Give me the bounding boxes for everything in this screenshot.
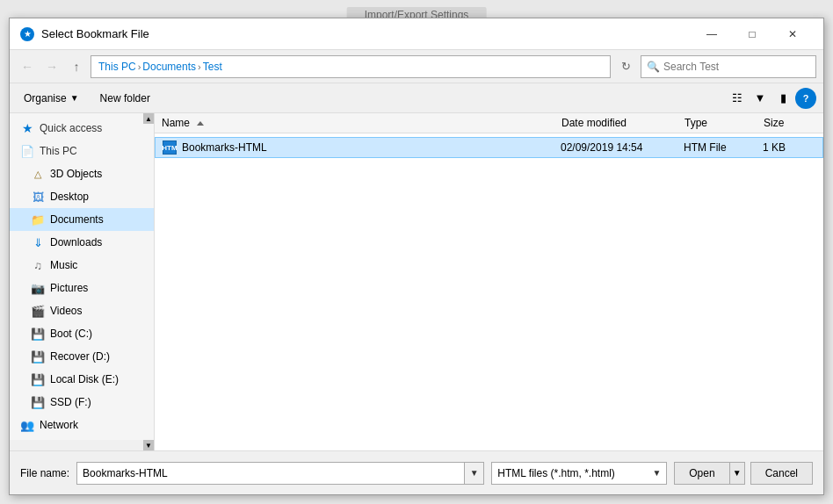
view-dropdown-button[interactable]: ▼ — [750, 88, 771, 109]
music-label: Music — [50, 259, 77, 271]
view-preview-button[interactable]: ▮ — [772, 88, 793, 109]
videos-label: Videos — [50, 305, 82, 317]
sidebar-item-network[interactable]: 👥 Network — [10, 414, 154, 436]
maximize-button[interactable]: □ — [732, 22, 772, 47]
scroll-up-arrow[interactable]: ▲ — [143, 113, 154, 124]
sidebar-item-recover-d[interactable]: 💾 Recover (D:) — [10, 345, 154, 368]
pictures-label: Pictures — [50, 282, 88, 294]
sidebar-item-local-e[interactable]: 💾 Local Disk (E:) — [10, 368, 154, 391]
file-list-header: Name Date modified Type Size — [155, 113, 823, 133]
pictures-icon: 📷 — [31, 281, 45, 295]
search-box[interactable]: 🔍 — [641, 55, 816, 78]
file-icon-htm: HTM — [163, 140, 177, 155]
sidebar-item-boot-c[interactable]: 💾 Boot (C:) — [10, 322, 154, 345]
dialog-icon — [20, 27, 34, 41]
sidebar-item-videos[interactable]: 🎬 Videos — [10, 299, 154, 322]
file-size: 1 KB — [763, 141, 815, 154]
file-name-input-wrapper[interactable]: ▼ — [76, 462, 484, 485]
file-name: Bookmarks-HTML — [182, 141, 267, 154]
up-button[interactable]: ↑ — [66, 56, 87, 77]
recover-d-label: Recover (D:) — [50, 350, 110, 363]
path-this-pc: This PC — [98, 61, 136, 73]
view-buttons: ☷ ▼ ▮ ? — [727, 88, 816, 109]
ssd-f-icon: 💾 — [31, 395, 45, 409]
3d-objects-icon: △ — [31, 167, 45, 181]
dialog-title: Select Bookmark File — [41, 27, 149, 40]
sidebar-item-desktop[interactable]: 🖼 Desktop — [10, 185, 154, 208]
local-e-label: Local Disk (E:) — [50, 373, 119, 385]
col-date-modified[interactable]: Date modified — [561, 117, 685, 129]
cancel-button[interactable]: Cancel — [750, 462, 813, 485]
file-date: 02/09/2019 14:54 — [561, 141, 684, 154]
minimize-button[interactable]: — — [692, 22, 732, 47]
col-type[interactable]: Type — [685, 117, 764, 129]
sort-indicator — [197, 121, 204, 126]
file-name-cell: HTM Bookmarks-HTML — [163, 140, 561, 155]
downloads-label: Downloads — [50, 236, 102, 248]
toolbar: Organise ▼ New folder ☷ ▼ ▮ ? — [10, 83, 823, 113]
title-bar: Select Bookmark File — □ ✕ — [10, 18, 823, 50]
videos-icon: 🎬 — [31, 304, 45, 318]
search-icon: 🔍 — [647, 61, 660, 73]
sidebar-item-this-pc[interactable]: 📄 This PC — [10, 140, 154, 162]
file-list-body: HTM Bookmarks-HTML 02/09/2019 14:54 HTM … — [155, 133, 823, 450]
music-icon: ♫ — [31, 258, 45, 272]
title-controls: — □ ✕ — [692, 22, 813, 47]
sidebar-item-documents[interactable]: 📁 Documents — [10, 208, 154, 231]
file-type: HTM File — [684, 141, 763, 154]
title-bar-left: Select Bookmark File — [20, 27, 149, 41]
recover-d-icon: 💾 — [31, 349, 45, 364]
file-area: Name Date modified Type Size HTM — [155, 113, 823, 450]
sidebar-item-ssd-f[interactable]: 💾 SSD (F:) — [10, 391, 154, 414]
address-path[interactable]: This PC › Documents › Test — [91, 55, 611, 78]
path-test: Test — [203, 61, 222, 73]
col-name[interactable]: Name — [162, 117, 561, 129]
quick-access-label: Quick access — [40, 122, 102, 134]
file-type-dropdown-arrow: ▼ — [652, 468, 661, 478]
search-input[interactable] — [663, 61, 810, 73]
file-type-value: HTML files (*.htm, *.html) — [497, 467, 615, 479]
downloads-icon: ⇓ — [31, 235, 45, 249]
new-folder-button[interactable]: New folder — [93, 90, 157, 107]
desktop-label: Desktop — [50, 191, 89, 203]
open-button[interactable]: Open — [674, 462, 728, 485]
documents-icon: 📁 — [31, 212, 45, 227]
file-name-label: File name: — [20, 467, 69, 479]
boot-c-label: Boot (C:) — [50, 328, 92, 340]
network-label: Network — [40, 419, 78, 431]
network-icon: 👥 — [20, 418, 34, 432]
file-item-bookmarks[interactable]: HTM Bookmarks-HTML 02/09/2019 14:54 HTM … — [155, 137, 823, 158]
file-name-input[interactable] — [77, 463, 464, 484]
file-name-dropdown-arrow[interactable]: ▼ — [464, 463, 483, 484]
close-button[interactable]: ✕ — [772, 22, 813, 47]
sidebar-item-pictures[interactable]: 📷 Pictures — [10, 277, 154, 299]
3d-objects-label: 3D Objects — [50, 168, 102, 180]
scroll-down-arrow[interactable]: ▼ — [143, 440, 154, 450]
boot-c-icon: 💾 — [31, 327, 45, 341]
documents-label: Documents — [50, 213, 104, 226]
select-bookmark-dialog: Select Bookmark File — □ ✕ ← → ↑ This PC… — [9, 18, 824, 495]
view-list-button[interactable]: ☷ — [727, 88, 748, 109]
open-dropdown-button[interactable]: ▼ — [729, 462, 745, 485]
view-help-button[interactable]: ? — [795, 88, 816, 109]
sidebar-item-downloads[interactable]: ⇓ Downloads — [10, 231, 154, 254]
sidebar-item-quick-access[interactable]: ★ Quick access — [10, 117, 154, 140]
sidebar-container: ★ Quick access 📄 This PC △ 3D Objects — [10, 113, 155, 450]
sidebar-item-3d-objects[interactable]: △ 3D Objects — [10, 162, 154, 185]
this-pc-icon: 📄 — [20, 144, 34, 158]
sidebar-item-music[interactable]: ♫ Music — [10, 254, 154, 277]
local-e-icon: 💾 — [31, 372, 45, 386]
organise-button[interactable]: Organise ▼ — [17, 90, 86, 107]
file-type-select[interactable]: HTML files (*.htm, *.html) ▼ — [491, 462, 667, 485]
col-size[interactable]: Size — [764, 117, 816, 129]
forward-button[interactable]: → — [41, 56, 62, 77]
path-documents: Documents — [142, 61, 196, 73]
desktop-icon: 🖼 — [31, 190, 45, 204]
address-bar: ← → ↑ This PC › Documents › Test ↻ 🔍 — [10, 50, 823, 83]
back-button[interactable]: ← — [17, 56, 38, 77]
bottom-bar: File name: ▼ HTML files (*.htm, *.html) … — [10, 450, 823, 494]
refresh-button[interactable]: ↻ — [614, 55, 637, 78]
path-parts: This PC › Documents › Test — [98, 61, 222, 73]
action-buttons: Open ▼ Cancel — [674, 462, 813, 485]
this-pc-label: This PC — [40, 145, 77, 157]
